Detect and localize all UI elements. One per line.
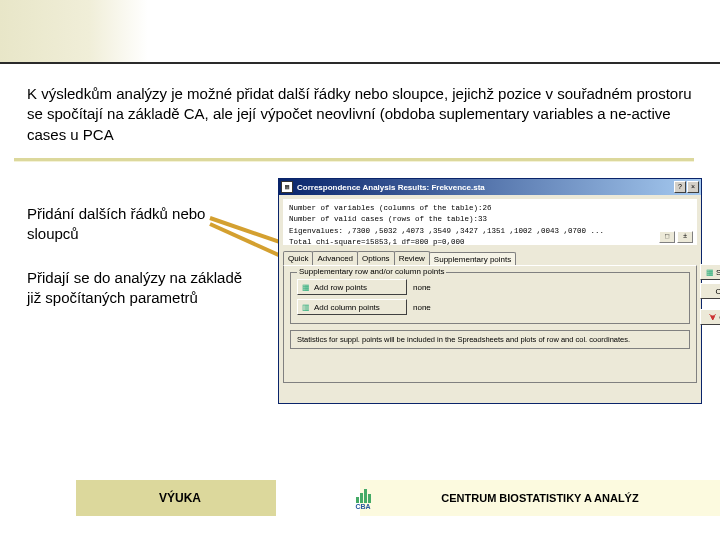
tabs: Quick Advanced Options Review Supplement… <box>283 249 697 265</box>
header-rule <box>0 62 720 64</box>
stats-line-2: Number of valid cases (rows of the table… <box>289 214 691 225</box>
tab-advanced[interactable]: Advanced <box>312 251 358 265</box>
help-button[interactable]: ? <box>674 181 686 193</box>
tab-options[interactable]: Options <box>357 251 395 265</box>
collapse-button[interactable]: ± <box>677 231 693 243</box>
gold-rule <box>14 158 694 161</box>
cba-logo: CBA <box>346 480 380 516</box>
results-dialog: ▦ Correspondence Analysis Results: Frekv… <box>278 178 702 404</box>
options-button[interactable]: ⮟Options <box>700 309 720 325</box>
dialog-title: Correspondence Analysis Results: Frekven… <box>297 183 674 192</box>
cols-status: none <box>413 303 431 312</box>
add-cols-button[interactable]: ▥ Add column points <box>297 299 407 315</box>
stats-line-4: Total chi-square=15853,1 df=800 p=0,000 <box>289 237 691 248</box>
stats-line-1: Number of variables (columns of the tabl… <box>289 203 691 214</box>
tab-content: Supplementary row and/or column points ▦… <box>283 265 697 383</box>
tab-quick[interactable]: Quick <box>283 251 313 265</box>
rows-icon: ▦ <box>302 283 310 292</box>
cancel-button[interactable]: Cancel <box>700 283 720 299</box>
footer-left-text: VÝUKA <box>159 491 201 505</box>
annotation-1: Přidání dalších řádků nebo sloupců <box>27 204 257 243</box>
header-gradient <box>0 0 148 62</box>
annotation-2: Přidají se do analýzy na základě již spo… <box>27 268 257 307</box>
add-rows-button[interactable]: ▦ Add row points <box>297 279 407 295</box>
footer-right-text: CENTRUM BIOSTATISTIKY A ANALÝZ <box>441 492 638 504</box>
cols-icon: ▥ <box>302 303 310 312</box>
expand-button[interactable]: ⬚ <box>659 231 675 243</box>
app-icon: ▦ <box>281 181 293 193</box>
dialog-titlebar[interactable]: ▦ Correspondence Analysis Results: Frekv… <box>279 179 701 195</box>
summary-button[interactable]: ▦Summary <box>700 264 720 280</box>
tab-supplementary[interactable]: Supplementary points <box>429 252 516 266</box>
close-button[interactable]: × <box>687 181 699 193</box>
note-text: Statistics for suppl. points will be inc… <box>290 330 690 349</box>
group-label: Supplementary row and/or column points <box>297 267 446 276</box>
supplementary-group: Supplementary row and/or column points ▦… <box>290 272 690 324</box>
slide-body-text: K výsledkům analýzy je možné přidat dalš… <box>27 84 695 145</box>
stats-line-3: Eigenvalues: ,7300 ,5032 ,4073 ,3549 ,34… <box>289 226 691 237</box>
rows-status: none <box>413 283 431 292</box>
stats-panel: Number of variables (columns of the tabl… <box>283 199 697 245</box>
tab-review[interactable]: Review <box>394 251 430 265</box>
